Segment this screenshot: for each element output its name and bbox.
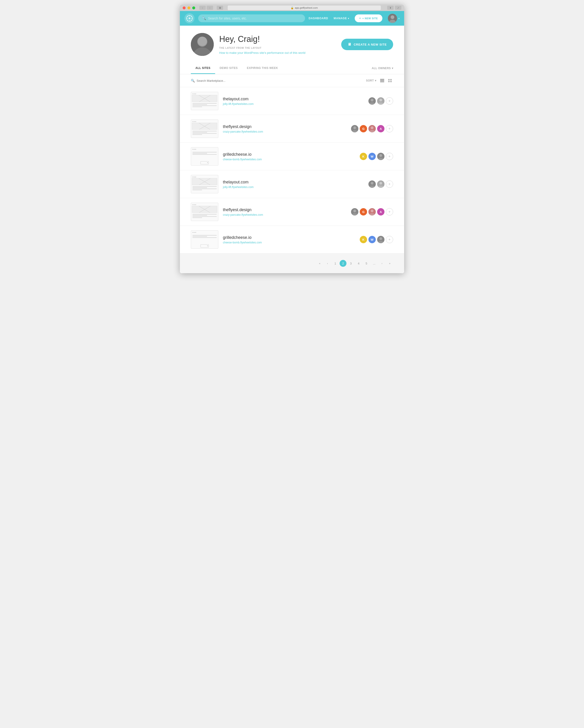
site-name: thelayout.com — [223, 180, 364, 185]
lock-icon: 🔒 — [290, 6, 294, 9]
greeting-heading: Hey, Craig! — [219, 34, 306, 44]
pagination-page-4[interactable]: 4 — [355, 260, 362, 267]
search-input[interactable] — [208, 17, 301, 20]
site-thumbnail[interactable]: ▾ — [191, 230, 218, 249]
user-avatar-initial[interactable]: G — [360, 125, 367, 132]
tab-all-sites[interactable]: ALL SITES — [191, 62, 215, 74]
site-url[interactable]: crazy-pancake.flywheelsites.com — [223, 213, 346, 216]
svg-point-32 — [353, 126, 356, 129]
user-avatar[interactable] — [368, 97, 376, 105]
site-info: grilledcheese.io cheese-bomb.flywheelsit… — [223, 152, 355, 161]
site-url[interactable]: cheese-bomb.flywheelsites.com — [223, 158, 355, 161]
user-avatar[interactable] — [377, 180, 385, 188]
site-item: ▾ grilledcheese.io cheese-bomb.flywheels… — [180, 143, 404, 171]
pagination-prev-button[interactable]: ‹ — [324, 260, 331, 267]
tab-expiring[interactable]: EXPIRING THIS WEEK — [242, 62, 283, 74]
svg-rect-24 — [390, 81, 392, 82]
mac-maximize-button[interactable] — [192, 6, 195, 9]
user-avatar-initial[interactable]: G — [360, 208, 367, 215]
user-photo-icon — [388, 14, 397, 23]
add-user-button[interactable]: + — [386, 236, 393, 243]
user-avatar-photo — [368, 180, 376, 188]
site-name: grilledcheese.io — [223, 152, 355, 157]
user-avatar[interactable] — [368, 125, 376, 132]
nav-manage[interactable]: MANAGE ▾ — [334, 17, 349, 20]
filter-search-area[interactable]: 🔍 — [191, 79, 242, 82]
pagination-first-button[interactable]: « — [316, 260, 323, 267]
site-users: + — [368, 97, 393, 105]
site-thumbnail[interactable] — [191, 92, 218, 110]
all-owners-filter[interactable]: ALL OWNERS ▾ — [372, 67, 393, 70]
pagination-last-button[interactable]: » — [386, 260, 393, 267]
chevron-down-icon: ▾ — [398, 17, 399, 20]
tab-demo-sites[interactable]: DEMO SITES — [215, 62, 242, 74]
browser-icon: 🖥 — [347, 42, 352, 47]
grid-view-button[interactable] — [387, 77, 393, 84]
user-avatar-initial[interactable]: K — [360, 153, 367, 160]
pagination-page-5[interactable]: 5 — [363, 260, 370, 267]
add-user-button[interactable]: + — [386, 125, 393, 132]
list-view-button[interactable] — [379, 77, 385, 84]
create-site-button[interactable]: 🖥 CREATE A NEW SITE — [341, 39, 393, 50]
header-search-bar[interactable]: 🔍 — [198, 15, 305, 22]
mac-back-button[interactable]: ‹ — [199, 6, 206, 10]
site-info: thelayout.com jolly-lift.flywheelsites.c… — [223, 97, 364, 106]
site-thumbnail[interactable] — [191, 120, 218, 138]
mac-share-button[interactable]: ⬆ — [387, 6, 394, 10]
site-thumbnail[interactable]: ▾ — [191, 147, 218, 165]
site-url[interactable]: jolly-lift.flywheelsites.com — [223, 102, 364, 106]
user-avatar[interactable] — [368, 208, 376, 215]
user-avatar[interactable] — [368, 180, 376, 188]
site-info: theflyest.design crazy-pancake.flywheels… — [223, 124, 346, 133]
svg-rect-20 — [380, 81, 384, 82]
pagination-page-2[interactable]: 2 — [340, 260, 346, 267]
welcome-left: Hey, Craig! THE LATEST FROM THE LAYOUT H… — [191, 33, 306, 56]
site-info: thelayout.com jolly-lift.flywheelsites.c… — [223, 180, 364, 189]
site-thumbnail[interactable] — [191, 203, 218, 221]
user-avatar-photo — [377, 236, 385, 243]
user-avatar-photo — [351, 125, 358, 132]
user-avatar[interactable] — [377, 153, 385, 160]
app-main: Hey, Craig! THE LATEST FROM THE LAYOUT H… — [180, 26, 404, 273]
sort-button[interactable]: SORT ▾ — [366, 79, 376, 82]
mac-minimize-button[interactable] — [188, 6, 190, 9]
svg-point-1 — [189, 18, 190, 19]
new-site-button[interactable]: + + NEW SITE — [355, 15, 382, 22]
mac-titlebar: ‹ › ⊞ 🔒 app.getflywheel.com ⬆ ⤢ — [180, 5, 404, 11]
user-avatar[interactable] — [351, 125, 358, 132]
mac-forward-button[interactable]: › — [206, 6, 213, 10]
svg-point-16 — [198, 37, 207, 46]
site-url[interactable]: jolly-lift.flywheelsites.com — [223, 185, 364, 189]
user-avatar-initial[interactable]: K — [360, 236, 367, 243]
pagination-next-button[interactable]: › — [379, 260, 385, 267]
nav-dashboard[interactable]: DASHBOARD — [309, 17, 328, 20]
add-user-button[interactable]: + — [386, 97, 393, 105]
site-thumbnail[interactable] — [191, 175, 218, 193]
site-users: G A + — [351, 208, 393, 215]
site-url[interactable]: crazy-pancake.flywheelsites.com — [223, 130, 346, 133]
add-user-button[interactable]: + — [386, 180, 393, 188]
user-avatar-initial[interactable]: W — [368, 236, 376, 243]
news-link[interactable]: How to make your WordPress site's perfor… — [219, 51, 306, 54]
pagination-page-1[interactable]: 1 — [332, 260, 339, 267]
user-avatar[interactable] — [351, 208, 358, 215]
add-user-button[interactable]: + — [386, 208, 393, 215]
site-url[interactable]: cheese-bomb.flywheelsites.com — [223, 241, 355, 244]
user-avatar[interactable] — [377, 236, 385, 243]
mac-layout-button[interactable]: ⊞ — [217, 6, 223, 10]
pagination-page-3[interactable]: 3 — [347, 260, 354, 267]
app-logo[interactable] — [185, 13, 195, 23]
site-users: G A + — [351, 125, 393, 132]
user-avatar-initial[interactable]: W — [368, 153, 376, 160]
user-avatar-initial[interactable]: A — [377, 125, 385, 132]
url-bar[interactable]: 🔒 app.getflywheel.com — [228, 5, 381, 10]
add-user-button[interactable]: + — [386, 153, 393, 160]
user-avatar-initial[interactable]: A — [377, 208, 385, 215]
site-users: K W + — [360, 153, 393, 160]
user-avatar[interactable] — [377, 97, 385, 105]
mac-fullscreen-button[interactable]: ⤢ — [395, 6, 401, 10]
mac-close-button[interactable] — [183, 6, 186, 9]
user-avatar-photo — [377, 180, 385, 188]
user-avatar-button[interactable]: ▾ — [388, 14, 399, 23]
marketplace-search-input[interactable] — [197, 79, 242, 82]
